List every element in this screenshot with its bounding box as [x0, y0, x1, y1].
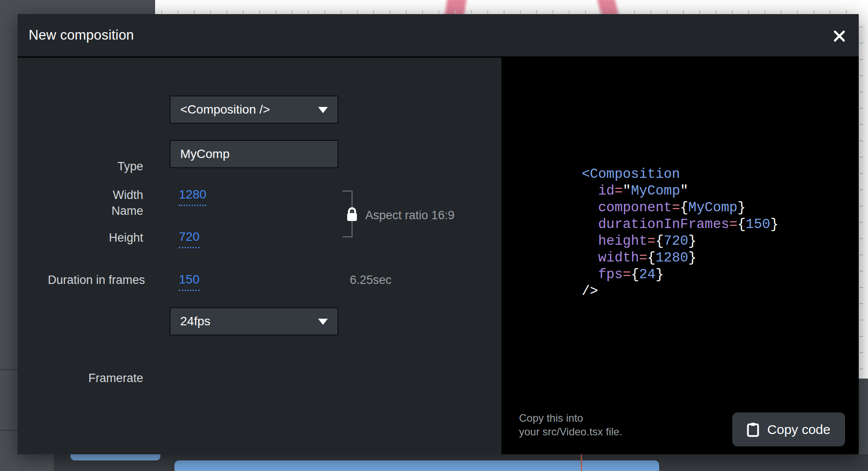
close-button[interactable] — [830, 26, 849, 46]
background-right-strip — [859, 379, 868, 454]
lock-icon — [345, 207, 359, 223]
ruler-tick — [860, 124, 863, 125]
clipboard-icon — [747, 422, 759, 437]
ruler-tick — [585, 10, 586, 13]
ruler-tick — [357, 10, 358, 13]
framerate-select-value: 24fps — [180, 314, 211, 328]
ruler-tick — [601, 10, 602, 13]
chevron-down-icon — [318, 319, 328, 325]
ruler-tick — [275, 10, 276, 13]
ruler-tick — [813, 10, 814, 13]
editor-toolbar-fragment — [0, 0, 155, 15]
composition-code-snippet: <Composition id="MyComp" component={MyCo… — [582, 166, 779, 300]
ruler-tick — [667, 10, 668, 13]
ruler-tick — [504, 10, 504, 13]
name-input-value: MyComp — [180, 147, 230, 161]
sidebar-divider — [0, 369, 18, 370]
copy-hint-line1: Copy this into — [519, 411, 622, 425]
new-composition-dialog: New composition Type <Composition /> Nam… — [18, 14, 859, 454]
ruler-tick — [161, 10, 162, 13]
ruler-tick — [455, 10, 456, 13]
ruler-tick — [389, 10, 390, 13]
ruler-tick — [860, 140, 863, 141]
timeline-playhead[interactable] — [581, 454, 582, 471]
framerate-label: Framerate — [18, 372, 143, 385]
ruler-tick — [732, 10, 733, 13]
chevron-down-icon — [318, 107, 328, 113]
ruler-tick — [178, 10, 178, 13]
ruler-tick — [324, 10, 325, 13]
editor-sidebar — [0, 0, 18, 471]
ruler-tick — [860, 238, 863, 239]
ruler-tick — [259, 10, 260, 13]
ruler-tick — [860, 222, 863, 223]
ruler-tick — [634, 10, 635, 13]
composition-form: Type <Composition /> Name MyComp Width 1… — [18, 58, 501, 454]
ruler-tick — [781, 10, 782, 13]
dialog-header: New composition — [18, 14, 859, 58]
timeline-track-item-large[interactable] — [174, 460, 659, 471]
ruler-tick — [520, 10, 521, 13]
ruler-tick — [373, 10, 374, 13]
ruler-tick — [860, 303, 863, 304]
ruler-tick — [569, 10, 570, 13]
ruler-tick — [860, 189, 863, 190]
ruler-tick — [292, 10, 293, 13]
ruler-tick — [860, 43, 863, 44]
ruler-tick — [536, 10, 537, 13]
type-label: Type — [18, 160, 143, 173]
name-input[interactable]: MyComp — [170, 140, 338, 168]
ruler-tick — [860, 206, 863, 206]
ruler-tick — [860, 352, 863, 353]
ruler-tick — [860, 75, 863, 76]
ruler-tick — [830, 10, 831, 13]
duration-seconds: 6.25sec — [350, 273, 392, 287]
ruler-tick — [860, 254, 863, 255]
duration-value[interactable]: 150 — [179, 272, 200, 291]
dialog-title: New composition — [29, 27, 134, 43]
copy-hint-text: Copy this into your src/Video.tsx file. — [519, 411, 622, 438]
ruler-tick — [487, 10, 488, 13]
ruler-tick — [748, 10, 749, 13]
framerate-select[interactable]: 24fps — [170, 307, 338, 335]
ruler-tick — [422, 10, 423, 13]
ruler-tick — [618, 10, 619, 13]
ruler-tick — [860, 271, 863, 272]
ruler-tick — [699, 10, 700, 13]
ruler-tick — [650, 10, 651, 13]
height-value[interactable]: 720 — [179, 230, 200, 248]
ruler-tick — [438, 10, 439, 13]
ruler-tick — [860, 26, 863, 27]
width-label: Width — [18, 188, 143, 202]
ruler-tick — [846, 10, 847, 13]
ruler-tick — [194, 10, 195, 13]
copy-code-button[interactable]: Copy code — [732, 412, 845, 446]
ruler-tick — [341, 10, 341, 13]
dialog-body: Type <Composition /> Name MyComp Width 1… — [18, 58, 859, 454]
ruler-tick — [683, 10, 684, 13]
ruler-tick — [406, 10, 407, 13]
type-select[interactable]: <Composition /> — [170, 96, 338, 124]
ruler-tick — [860, 368, 863, 369]
ruler-tick — [860, 92, 863, 92]
ruler-tick — [716, 10, 716, 13]
aspect-ratio-label: Aspect ratio 16:9 — [365, 209, 455, 222]
ruler-tick — [764, 10, 765, 13]
duration-label: Duration in frames — [18, 273, 145, 287]
copy-hint-line2: your src/Video.tsx file. — [519, 425, 622, 438]
ruler-tick — [308, 10, 309, 13]
ruler-tick — [797, 10, 798, 13]
ruler-tick — [860, 287, 863, 288]
ruler-tick — [860, 336, 863, 337]
screen: New composition Type <Composition /> Nam… — [0, 0, 868, 471]
ruler-tick — [210, 10, 211, 13]
width-value[interactable]: 1280 — [179, 188, 206, 206]
ruler-tick — [471, 10, 472, 13]
ruler-tick — [860, 173, 863, 174]
ruler-tick — [226, 10, 227, 13]
timeline-track-item-small[interactable] — [70, 453, 160, 460]
ruler-tick — [860, 157, 863, 158]
ruler-tick — [553, 10, 553, 13]
name-label: Name — [18, 204, 143, 218]
ruler-tick — [243, 10, 244, 13]
